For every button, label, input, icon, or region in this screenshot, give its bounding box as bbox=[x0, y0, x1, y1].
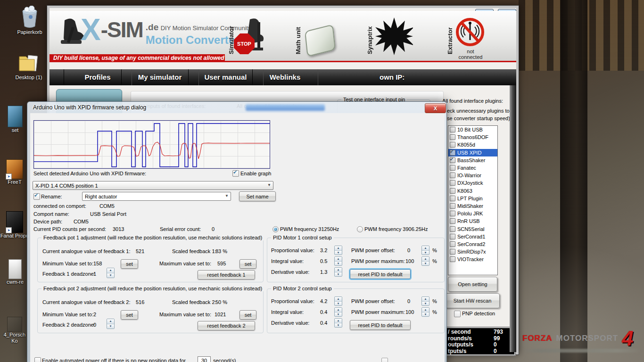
set-name-button[interactable]: Set name bbox=[239, 191, 276, 201]
plugin-item[interactable]: LPT Plugin bbox=[448, 195, 497, 202]
pid1-max-value: 100 bbox=[405, 258, 414, 264]
plugin-checkbox[interactable] bbox=[450, 218, 455, 224]
plugin-item[interactable]: RnR USB bbox=[448, 217, 497, 225]
dialog-titlebar[interactable]: Arduino Uno with XPID firmware setup dia… bbox=[27, 102, 446, 113]
pid1-p-label: Proportional value: bbox=[271, 247, 314, 253]
plugin-checkbox[interactable] bbox=[450, 165, 455, 171]
plugin-item[interactable]: SerConrad1 bbox=[448, 233, 497, 240]
reset-feedback2-button[interactable]: reset feedback 2 bbox=[198, 321, 255, 330]
pid2-max-stepper[interactable]: ▲▼ bbox=[421, 307, 429, 317]
plugin-item[interactable]: Pololu JRK bbox=[448, 210, 497, 217]
spin-up-icon[interactable]: ▲ bbox=[107, 268, 114, 273]
desktop-icon-freetrack[interactable]: ➤ FreeT bbox=[0, 159, 29, 185]
fb2-deadzone-stepper[interactable]: ▲▼ bbox=[107, 319, 115, 329]
menu-my-simulator[interactable]: My simulator bbox=[121, 69, 199, 85]
shortcut-arrow-icon: ➤ bbox=[6, 227, 12, 233]
bottom-right-checkbox[interactable] bbox=[381, 358, 388, 362]
plugin-listbox[interactable]: 10 Bit USB Thanos6DOF K8055d USB XPID Ba… bbox=[448, 125, 498, 275]
rename-checkbox[interactable] bbox=[33, 193, 40, 200]
forza-4-numeral: 4 bbox=[622, 329, 633, 348]
pid1-d-value: 1.3 bbox=[320, 269, 327, 275]
desktop-icon-folder[interactable]: Desktop (1) bbox=[10, 53, 47, 81]
pnp-detection-checkbox[interactable] bbox=[454, 311, 461, 317]
fb2-min-value: 2 bbox=[93, 312, 96, 317]
plugin-item[interactable]: BassShaker bbox=[448, 156, 497, 164]
plugin-item[interactable]: K8063 bbox=[448, 187, 497, 195]
plugin-checkbox[interactable] bbox=[450, 134, 455, 140]
plugin-item[interactable]: Fanatec bbox=[448, 164, 497, 172]
plugin-checkbox[interactable] bbox=[450, 150, 455, 156]
auto-poweroff-checkbox[interactable] bbox=[34, 357, 41, 362]
pid1-offset-stepper[interactable]: ▲▼ bbox=[421, 246, 429, 255]
desktop-icon-fanatec[interactable]: ➤ Fanat Propu bbox=[0, 211, 29, 239]
plugin-item[interactable]: DXJoystick bbox=[448, 179, 497, 187]
desktop-icon-label: Papierkorb bbox=[11, 29, 48, 35]
pid1-i-stepper[interactable]: ▲▼ bbox=[334, 256, 342, 266]
pid2-d-stepper[interactable]: ▲▼ bbox=[334, 318, 342, 328]
fb2-set-min-button[interactable]: set bbox=[121, 310, 138, 320]
open-setting-button[interactable]: Open setting bbox=[448, 277, 497, 292]
dialog-close-button[interactable]: X bbox=[425, 103, 446, 113]
pid1-p-stepper[interactable]: ▲▼ bbox=[334, 246, 342, 255]
pid2-offset-stepper[interactable]: ▲▼ bbox=[421, 296, 429, 306]
plugin-checkbox[interactable] bbox=[450, 142, 455, 148]
pid2-d-value: 0.4 bbox=[320, 320, 327, 326]
plugin-item[interactable]: Thanos6DOF bbox=[448, 133, 497, 141]
menu-weblinks[interactable]: Weblinks bbox=[252, 69, 318, 85]
fb2-set-max-button[interactable]: set bbox=[239, 310, 256, 320]
plugin-checkbox[interactable] bbox=[450, 211, 455, 216]
pid1-offset-value: 0 bbox=[407, 247, 410, 253]
plugin-item[interactable]: IO-Warrior bbox=[448, 172, 497, 179]
plugin-item[interactable]: SerConrad2 bbox=[448, 240, 497, 248]
plugin-checkbox[interactable] bbox=[450, 256, 455, 262]
fb1-deadzone-stepper[interactable]: ▲▼ bbox=[107, 268, 115, 278]
plugin-item[interactable]: 10 Bit USB bbox=[448, 126, 497, 133]
desktop-icon-set[interactable]: set bbox=[1, 106, 29, 133]
plugin-checkbox[interactable] bbox=[450, 127, 455, 132]
reset-pid2-button[interactable]: reset PID to default bbox=[350, 320, 411, 330]
plugin-checkbox[interactable] bbox=[450, 173, 455, 178]
desktop-icon-porsche[interactable]: 4_Porsch Ko bbox=[0, 317, 29, 344]
pid2-p-stepper[interactable]: ▲▼ bbox=[334, 296, 342, 306]
desktop-icon-recycle-bin[interactable]: Papierkorb bbox=[11, 6, 48, 35]
plugin-checkbox[interactable] bbox=[450, 234, 455, 239]
plugin-checkbox[interactable] bbox=[450, 157, 455, 163]
desktop: Papierkorb Desktop (1) set ➤ FreeT ➤ Fan… bbox=[0, 0, 644, 362]
fb1-min-value: 158 bbox=[93, 261, 102, 266]
plugin-item[interactable]: SimRDisp7x bbox=[448, 248, 497, 255]
pid2-i-stepper[interactable]: ▲▼ bbox=[334, 307, 342, 317]
pwm-3906-radio[interactable] bbox=[357, 226, 363, 232]
reset-pid1-button[interactable]: reset PID to default bbox=[350, 269, 411, 279]
plugin-checkbox[interactable] bbox=[450, 203, 455, 209]
fb1-set-min-button[interactable]: set bbox=[121, 259, 138, 269]
rename-combo[interactable]: Right actuator ▼ bbox=[82, 192, 231, 201]
toolbar-simulator[interactable]: Simulator STOP bbox=[228, 17, 267, 55]
pwm-31250-radio[interactable] bbox=[272, 226, 279, 232]
reset-feedback1-button[interactable]: reset feedback 1 bbox=[198, 270, 255, 280]
toolbar-extractor[interactable]: Extractor not connected bbox=[446, 17, 486, 61]
start-hw-rescan-button[interactable]: Start HW rescan bbox=[445, 293, 500, 308]
auto-poweroff-seconds-input[interactable] bbox=[198, 356, 211, 362]
plugin-checkbox[interactable] bbox=[450, 226, 455, 232]
pid1-d-stepper[interactable]: ▲▼ bbox=[334, 267, 342, 277]
toolbar-synaptrix[interactable]: Synaptrix bbox=[366, 17, 413, 55]
plugin-checkbox[interactable] bbox=[450, 180, 455, 186]
device-dropdown[interactable]: X-PID 1.4 COM5 position 1 ▼ bbox=[33, 181, 273, 190]
pid1-max-stepper[interactable]: ▲▼ bbox=[421, 256, 429, 266]
plugin-checkbox[interactable] bbox=[450, 249, 455, 255]
plugin-checkbox[interactable] bbox=[450, 188, 455, 194]
plugin-item[interactable]: SCN5Serial bbox=[448, 225, 497, 232]
fb1-set-max-button[interactable]: set bbox=[239, 259, 256, 269]
plugin-checkbox[interactable] bbox=[450, 196, 455, 201]
pid1-i-label: Integral value: bbox=[271, 258, 304, 264]
plugin-item[interactable]: K8055d bbox=[448, 141, 497, 148]
toolbar-math-unit[interactable]: Math unit bbox=[295, 17, 335, 54]
plugin-item[interactable]: MidiShaker bbox=[448, 202, 497, 210]
spin-down-icon[interactable]: ▼ bbox=[107, 273, 114, 278]
plugin-item[interactable]: USB XPID bbox=[448, 149, 497, 156]
enable-graph-checkbox[interactable] bbox=[232, 170, 239, 177]
plugin-item[interactable]: VIOTracker bbox=[448, 255, 497, 263]
menu-bar: Profiles My simulator User manual Weblin… bbox=[50, 69, 516, 85]
plugin-checkbox[interactable] bbox=[450, 241, 455, 247]
desktop-icon-cwm[interactable]: cwm-re bbox=[1, 259, 29, 285]
